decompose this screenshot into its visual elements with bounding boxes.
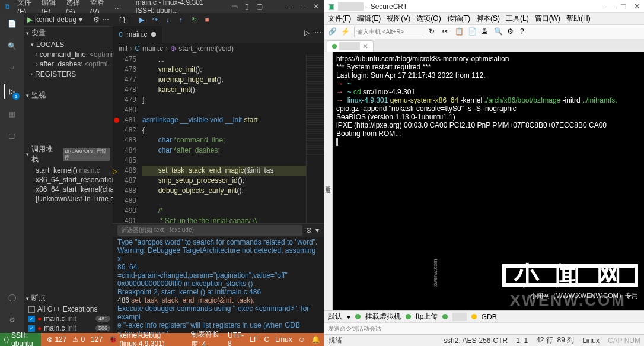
open-brace-icon[interactable]: { } bbox=[116, 14, 128, 25]
menu-edit[interactable]: 编辑(E) bbox=[357, 14, 381, 24]
connect-icon[interactable]: 🔗 bbox=[328, 27, 337, 37]
maximize-icon[interactable]: ◻ bbox=[300, 2, 306, 11]
explorer-icon[interactable]: 📄 bbox=[5, 17, 19, 31]
menu-script[interactable]: 脚本(S) bbox=[476, 14, 500, 24]
host-input[interactable]: 输入主机 <Alt+R> bbox=[354, 27, 425, 37]
maximize-icon[interactable]: ◻ bbox=[620, 2, 627, 11]
btn-mount-vm[interactable]: 挂载虚拟机 bbox=[365, 312, 401, 322]
stack-frame[interactable]: x86_64_start_kernel(char… bbox=[24, 185, 113, 194]
scm-icon[interactable]: ⑂ bbox=[5, 62, 19, 76]
feedback-icon[interactable]: ☺ bbox=[298, 335, 305, 344]
errors-count[interactable]: ⊗ 127 bbox=[47, 335, 66, 344]
step-into-button[interactable]: ↓ bbox=[162, 14, 174, 25]
btn-ftp[interactable]: ftp上传 bbox=[416, 312, 438, 322]
close-icon[interactable]: ✕ bbox=[313, 2, 319, 11]
menu-file[interactable]: 文件(F) bbox=[328, 14, 351, 24]
paste-icon[interactable]: 📄 bbox=[468, 27, 477, 37]
start-debug-button[interactable]: ▶ bbox=[27, 15, 33, 24]
remote-icon[interactable]: 🖵 bbox=[5, 129, 19, 144]
layout-icon-3[interactable]: ▢ bbox=[256, 2, 263, 11]
clear-console-icon[interactable]: ⊘ bbox=[306, 226, 312, 234]
minimap[interactable] bbox=[306, 55, 324, 223]
minimize-icon[interactable]: — bbox=[286, 2, 293, 11]
registers-section[interactable]: ›Registers bbox=[24, 69, 113, 80]
editor-tabs: C main.c ▷ ⋯ bbox=[113, 26, 324, 43]
var-after-dashes[interactable]: › after_dashes: <optimi… bbox=[24, 59, 113, 69]
session-tab[interactable]: ✕ bbox=[327, 40, 374, 52]
quick-connect-icon[interactable]: ⚡ bbox=[341, 27, 350, 37]
bp-item[interactable]: ✓●main.c init481 bbox=[24, 314, 113, 323]
reconnect-icon[interactable]: ↻ bbox=[429, 27, 438, 37]
term-size: 42 行, 89 列 bbox=[536, 335, 574, 345]
gear-icon[interactable]: ⚙ bbox=[5, 313, 19, 327]
command-input[interactable]: 发送命令到活动会话 bbox=[324, 322, 644, 334]
copy-icon[interactable]: 📋 bbox=[455, 27, 464, 37]
code-editor[interactable]: 475476477478479480481482483484485486▷487… bbox=[113, 55, 324, 223]
stop-button[interactable]: ■ bbox=[201, 14, 213, 25]
menu-more[interactable]: … bbox=[114, 2, 122, 11]
search-icon[interactable]: 🔍 bbox=[5, 39, 19, 53]
minimize-icon[interactable]: — bbox=[605, 2, 613, 11]
settings-icon[interactable]: ⚙ bbox=[507, 27, 517, 37]
stack-frame[interactable]: [Unknown/Just-In-Time co… bbox=[24, 194, 113, 204]
warnings-count[interactable]: ⚠ 0 bbox=[72, 335, 85, 344]
step-out-button[interactable]: ↑ bbox=[175, 14, 187, 25]
bell-icon[interactable]: 🔔 bbox=[311, 335, 320, 344]
layout-icon-2[interactable]: ▯ bbox=[245, 2, 249, 11]
info-count[interactable]: 127 bbox=[91, 335, 103, 344]
locals-section[interactable]: ▾Locals bbox=[24, 39, 113, 50]
variables-section[interactable]: ▾变量 bbox=[24, 27, 113, 39]
chevron-down-icon[interactable]: ▾ bbox=[315, 226, 319, 234]
filter-input[interactable]: 筛选器(例如 text、!exclude) bbox=[117, 225, 302, 236]
run-file-icon[interactable]: ▷ bbox=[302, 26, 312, 43]
btn-blank[interactable] bbox=[452, 313, 466, 321]
default-label[interactable]: 默认 bbox=[328, 312, 342, 322]
menu-view[interactable]: 视图(V) bbox=[387, 14, 410, 24]
debug-config-name[interactable]: kernel-debug bbox=[35, 15, 76, 24]
chevron-down-icon[interactable]: ▾ bbox=[79, 15, 82, 24]
menu-transfer[interactable]: 传输(T) bbox=[447, 14, 470, 24]
menu-option[interactable]: 选项(O) bbox=[416, 14, 441, 24]
menu-help[interactable]: 帮助(H) bbox=[566, 14, 591, 24]
breakpoints-section[interactable]: ▾断点 bbox=[24, 292, 113, 304]
close-tab-icon[interactable]: ✕ bbox=[362, 42, 368, 50]
debug-target[interactable]: 🐞 kernel-debug (linux-4.9.301) bbox=[109, 331, 179, 346]
tab-size[interactable]: 制表符长度: 4 bbox=[191, 329, 222, 346]
menu-tool[interactable]: 工具(L) bbox=[506, 14, 529, 24]
layout-icon[interactable]: ▭ bbox=[231, 2, 238, 11]
breadcrumb[interactable]: init› C main.c› ⊕ start_kernel(void) bbox=[113, 43, 324, 55]
terminal[interactable]: https://ubuntu.com/blog/microk8s-memory-… bbox=[333, 52, 644, 310]
close-icon[interactable]: ✕ bbox=[634, 2, 640, 11]
step-over-button[interactable]: ↷ bbox=[149, 14, 161, 25]
var-command-line[interactable]: › command_line: <optimiz… bbox=[24, 50, 113, 59]
help-icon[interactable]: ? bbox=[520, 27, 530, 37]
find-icon[interactable]: 🔍 bbox=[494, 27, 503, 37]
menu-window[interactable]: 窗口(W) bbox=[535, 14, 560, 24]
extensions-icon[interactable]: ▦ bbox=[5, 107, 19, 121]
more-actions-icon[interactable]: ⋯ bbox=[312, 26, 324, 43]
stack-frame[interactable]: x86_64_start_reservations bbox=[24, 175, 113, 185]
side-strip[interactable]: 诊断 通道 bbox=[324, 52, 333, 310]
activity-bar: 📄 🔍 ⑂ ▷1 ▦ 🖵 ◯ ⚙ bbox=[0, 13, 24, 333]
callstack-section[interactable]: ▾调用堆栈 BREAKPOINT 已暂停 bbox=[24, 143, 113, 166]
encoding[interactable]: UTF-8 bbox=[228, 331, 244, 346]
eol[interactable]: LF bbox=[250, 335, 258, 344]
config-gear-icon[interactable]: ⚙ bbox=[93, 15, 100, 24]
watch-section[interactable]: ▾监视 bbox=[24, 89, 113, 101]
print-icon[interactable]: 🖶 bbox=[481, 27, 490, 37]
caps-num: CAP NUM bbox=[608, 337, 640, 345]
debug-icon[interactable]: ▷1 bbox=[4, 84, 18, 99]
remote-indicator[interactable]: ⟨⟩ SSH: ubuntu bbox=[0, 333, 41, 346]
os-indicator[interactable]: Linux bbox=[275, 335, 292, 344]
bp-all-cpp[interactable]: All C++ Exceptions bbox=[24, 304, 113, 314]
continue-button[interactable]: ▶ bbox=[136, 14, 148, 25]
disconnect-icon[interactable]: ✂ bbox=[442, 27, 451, 37]
more-icon[interactable]: ⋯ bbox=[102, 15, 109, 24]
stack-frame[interactable]: start_kernel() main.c bbox=[24, 166, 113, 175]
btn-gdb[interactable]: GDB bbox=[482, 313, 497, 321]
restart-button[interactable]: ↻ bbox=[188, 14, 200, 25]
debug-toolbar: { } ▶ ↷ ↓ ↑ ↻ ■ bbox=[113, 13, 324, 26]
language-mode[interactable]: C bbox=[264, 335, 269, 344]
tab-main-c[interactable]: C main.c bbox=[113, 26, 162, 43]
account-icon[interactable]: ◯ bbox=[5, 290, 19, 304]
